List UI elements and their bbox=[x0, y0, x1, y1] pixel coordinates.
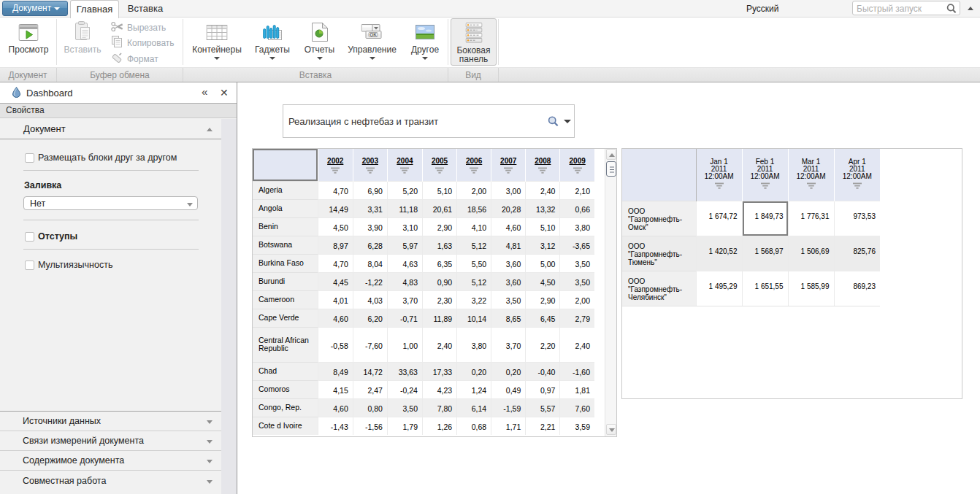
svg-text:OK: OK bbox=[370, 32, 377, 37]
